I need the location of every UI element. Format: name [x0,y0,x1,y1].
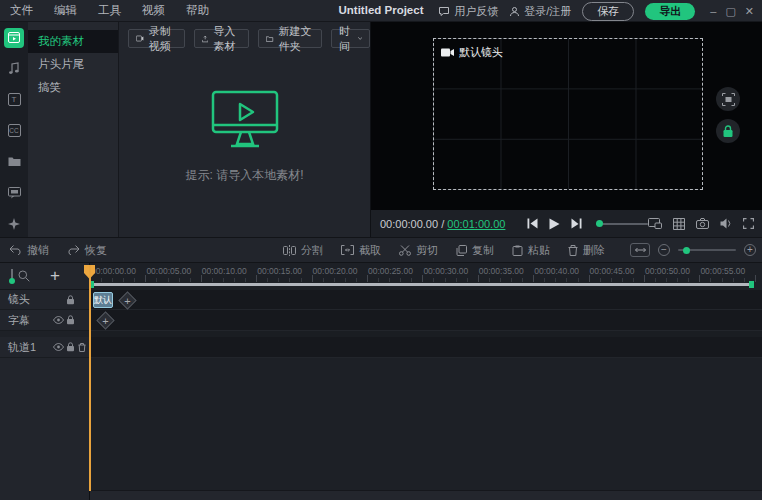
magnifier-icon[interactable] [18,270,30,282]
pip-tab[interactable] [0,177,28,208]
timeline-zoom-slider[interactable] [678,249,736,251]
folder-icon [8,156,21,167]
next-frame-button[interactable] [571,218,582,229]
zoom-in-button[interactable]: + [744,244,756,256]
playhead-line[interactable] [89,265,91,491]
timeline-hscroll-area[interactable] [90,490,762,500]
menu-item-0[interactable]: 文件 [10,3,33,18]
text-tab[interactable]: T [0,84,28,115]
music-icon [8,62,20,75]
snapshot-frame-button[interactable] [716,87,740,111]
import-icon [202,34,208,44]
eye-icon[interactable] [53,316,64,324]
media-sidebar: 我的素材 片头片尾 搞笑 [28,22,118,237]
redo-icon [67,245,80,255]
lock-icon [722,125,734,138]
export-button[interactable]: 导出 [645,3,695,20]
copy-button[interactable]: 复制 [456,243,494,258]
subtitle-cc-icon: CC [8,124,21,137]
audio-tab[interactable] [0,53,28,84]
timeline-track-area: 00:00:00.0000:00:05.0000:00:10.0000:00:1… [90,263,762,500]
grid-icon[interactable] [673,218,685,230]
subtitle-tab[interactable]: CC [0,115,28,146]
sidebar-item-intro-outro[interactable]: 片头片尾 [28,53,118,76]
save-button[interactable]: 保存 [582,2,634,21]
timeline-ruler[interactable]: 00:00:00.0000:00:05.0000:00:10.0000:00:1… [90,263,762,283]
track-headers: + 镜头 字幕 轨道1 [0,263,90,500]
maximize-button[interactable]: ▢ [725,5,735,18]
track-height-slider[interactable] [11,269,13,282]
seek-handle[interactable] [596,220,603,227]
add-subtitle-button[interactable]: + [96,311,114,329]
fit-timeline-button[interactable] [630,243,650,257]
cut-button[interactable]: 剪切 [399,243,438,258]
default-clip[interactable]: 默认 [93,292,113,308]
lock-icon[interactable] [66,342,75,352]
pip-preview-icon[interactable] [648,218,662,229]
split-icon [283,245,296,256]
track-header-track1[interactable]: 轨道1 [0,337,89,358]
eye-icon[interactable] [53,343,64,351]
snapshot-camera-icon[interactable] [696,218,709,229]
lock-button[interactable] [716,119,740,143]
preview-canvas[interactable]: 默认镜头 [433,38,703,190]
speech-bubble-icon [438,6,450,17]
sidebar-item-my-media[interactable]: 我的素材 [28,30,118,53]
volume-icon[interactable] [720,218,732,229]
play-button[interactable] [549,218,560,230]
import-hint-text: 提示: 请导入本地素材! [119,167,370,184]
zoom-out-button[interactable]: − [658,244,670,256]
undo-button[interactable]: 撤销 [9,243,49,258]
login-button[interactable]: 登录/注册 [509,4,571,19]
new-folder-button[interactable]: 新建文件夹 [258,29,322,48]
redo-button[interactable]: 恢复 [67,243,107,258]
timecode: 00:00:00.00 / 00:01:00.00 [371,218,505,230]
undo-icon [9,245,22,255]
zoom-handle[interactable] [683,247,690,254]
total-time[interactable]: 00:01:00.00 [447,218,505,230]
media-panel: 录制视频 导入素材 新建文件夹 时间 [118,22,370,237]
close-button[interactable]: ✕ [745,5,754,18]
paste-icon [512,245,523,256]
sidebar-item-funny[interactable]: 搞笑 [28,76,118,99]
scrollbar-right-handle[interactable] [749,281,754,288]
add-track-button[interactable]: + [50,266,60,286]
lock-icon[interactable] [66,295,75,305]
seek-slider[interactable] [596,223,648,225]
track-header-subtitle[interactable]: 字幕 [0,310,89,331]
lock-icon[interactable] [66,315,75,325]
sort-dropdown[interactable]: 时间 [331,29,370,48]
scissors-icon [399,245,411,256]
folder-tab[interactable] [0,146,28,177]
monitor-play-icon[interactable] [205,90,285,152]
chevron-down-icon [358,36,362,41]
split-button[interactable]: 分割 [283,243,323,258]
import-media-button[interactable]: 导入素材 [194,29,250,48]
timeline-scrollbar[interactable] [90,283,752,286]
delete-button[interactable]: 删除 [568,243,605,258]
canvas-label: 默认镜头 [441,45,503,60]
menu-item-4[interactable]: 帮助 [186,3,209,18]
record-icon [136,34,144,43]
prev-frame-button[interactable] [527,218,538,229]
star-icon [8,218,20,230]
crop-button[interactable]: 截取 [341,243,381,258]
effects-tab[interactable] [0,208,28,239]
record-video-button[interactable]: 录制视频 [128,29,185,48]
menu-item-3[interactable]: 视频 [142,3,165,18]
feedback-button[interactable]: 用户反馈 [438,4,498,19]
track-subtitle-content[interactable]: + [90,310,762,331]
new-folder-icon [266,34,273,44]
track-video-content[interactable]: 默认 + [90,290,762,310]
track-header-video[interactable]: 镜头 [0,290,89,310]
track1-content[interactable] [90,337,762,358]
media-library-tab[interactable] [0,22,28,53]
screen-capture-icon [722,93,735,106]
add-clip-button[interactable]: + [118,291,136,309]
trash-icon[interactable] [78,343,86,352]
fullscreen-icon[interactable] [743,218,754,229]
menu-item-1[interactable]: 编辑 [54,3,77,18]
menu-item-2[interactable]: 工具 [98,3,121,18]
paste-button[interactable]: 粘贴 [512,243,550,258]
minimize-button[interactable]: – [710,5,716,17]
